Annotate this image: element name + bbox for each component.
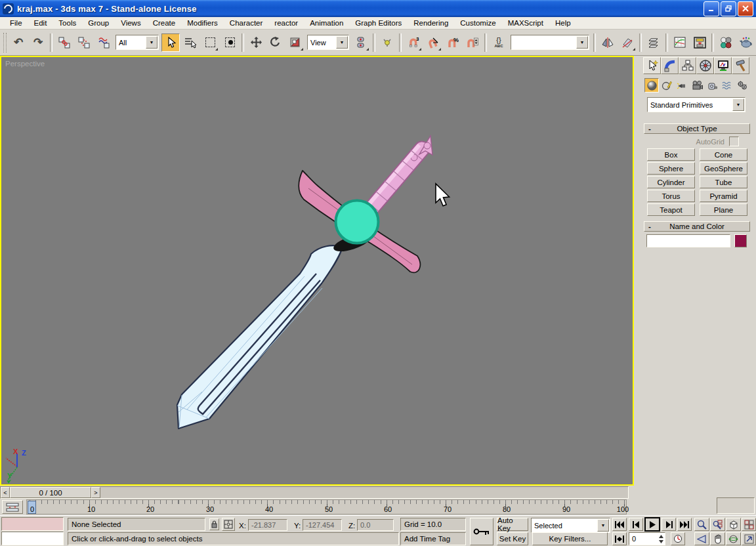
- snaps-toggle-button[interactable]: 3: [404, 33, 423, 52]
- tab-motion[interactable]: [696, 57, 714, 74]
- cylinder-button[interactable]: Cylinder: [647, 176, 695, 188]
- open-mini-curve-editor-button[interactable]: [2, 500, 23, 514]
- title-bar[interactable]: kraj.max - 3ds max 7 - Stand-alone Licen…: [0, 0, 756, 17]
- tab-create[interactable]: [643, 57, 661, 74]
- select-and-scale-button[interactable]: [286, 33, 304, 52]
- spinner-arrows-icon[interactable]: [658, 534, 664, 544]
- unlink-selection-button[interactable]: [75, 33, 93, 52]
- zoom-extents-button[interactable]: [726, 518, 741, 531]
- angle-snap-toggle-button[interactable]: [424, 33, 442, 52]
- menu-views[interactable]: Views: [115, 18, 146, 28]
- menu-customize[interactable]: Customize: [454, 18, 501, 28]
- material-editor-button[interactable]: [717, 33, 735, 52]
- menu-rendering[interactable]: Rendering: [408, 18, 454, 28]
- play-button[interactable]: [644, 517, 660, 532]
- window-crossing-toggle[interactable]: [220, 33, 239, 52]
- category-shapes[interactable]: [660, 78, 674, 93]
- reference-coordsys-dropdown[interactable]: View ▼: [307, 35, 349, 50]
- auto-key-button[interactable]: Auto Key: [497, 518, 528, 531]
- time-slider-handle[interactable]: 0 / 100: [10, 487, 91, 498]
- menu-modifiers[interactable]: Modifiers: [181, 18, 224, 28]
- teapot-button[interactable]: Teapot: [647, 203, 695, 216]
- go-to-start-button[interactable]: [612, 518, 627, 531]
- layer-manager-button[interactable]: [644, 33, 663, 52]
- category-systems[interactable]: [735, 78, 749, 93]
- select-and-move-button[interactable]: [247, 33, 265, 52]
- select-and-manipulate-button[interactable]: [378, 33, 396, 52]
- mirror-button[interactable]: [598, 33, 617, 52]
- percent-snap-toggle-button[interactable]: %: [444, 33, 462, 52]
- menu-tools[interactable]: Tools: [52, 18, 82, 28]
- time-configuration-button[interactable]: [671, 532, 685, 545]
- go-to-end-button[interactable]: [677, 518, 692, 531]
- next-frame-button[interactable]: [662, 518, 676, 531]
- toolbar-drag-handle[interactable]: [3, 33, 7, 52]
- category-space-warps[interactable]: [720, 78, 734, 93]
- pan-view-button[interactable]: [710, 532, 725, 545]
- object-color-swatch[interactable]: [734, 234, 747, 247]
- min-max-toggle-button[interactable]: [742, 532, 756, 545]
- menu-edit[interactable]: Edit: [28, 18, 53, 28]
- object-type-rollout-header[interactable]: - Object Type: [644, 123, 750, 134]
- plane-button[interactable]: Plane: [700, 203, 747, 216]
- box-button[interactable]: Box: [647, 148, 695, 161]
- undo-button[interactable]: ↶: [9, 33, 28, 52]
- use-pivot-point-center-button[interactable]: [352, 33, 370, 52]
- maxscript-mini-listener-white[interactable]: [1, 532, 64, 545]
- pyramid-button[interactable]: Pyramid: [700, 190, 747, 202]
- spinner-snap-toggle-button[interactable]: [463, 33, 482, 52]
- select-object-button[interactable]: [161, 33, 180, 52]
- curve-editor-button[interactable]: [671, 33, 689, 52]
- restore-button[interactable]: [721, 1, 736, 16]
- z-coordinate-field[interactable]: 0.0: [357, 519, 394, 531]
- absolute-offset-mode-toggle[interactable]: [222, 518, 235, 531]
- zoom-extents-all-button[interactable]: [742, 518, 756, 531]
- sword-grip[interactable]: [364, 136, 432, 215]
- object-name-input[interactable]: [646, 234, 730, 247]
- x-coordinate-field[interactable]: -21.837: [248, 519, 287, 531]
- key-mode-toggle-button[interactable]: [612, 532, 627, 545]
- tube-button[interactable]: Tube: [700, 176, 747, 188]
- previous-frame-button[interactable]: [629, 518, 643, 531]
- render-scene-button[interactable]: [736, 33, 755, 52]
- y-coordinate-field[interactable]: -127.454: [303, 519, 342, 531]
- minimize-button[interactable]: [704, 1, 719, 16]
- sword-pommel-sphere[interactable]: [331, 201, 378, 255]
- field-of-view-button[interactable]: [694, 532, 709, 545]
- tab-display[interactable]: [714, 57, 732, 74]
- menu-help[interactable]: Help: [549, 18, 577, 28]
- close-button[interactable]: [738, 1, 753, 16]
- menu-character[interactable]: Character: [224, 18, 269, 28]
- selection-filter-dropdown[interactable]: All ▼: [116, 35, 159, 50]
- current-frame-spinner[interactable]: 0: [629, 532, 665, 545]
- next-frame-arrow[interactable]: >: [91, 487, 100, 498]
- select-by-name-button[interactable]: [181, 33, 200, 52]
- key-mode-dropdown[interactable]: Selected ▼: [531, 518, 610, 533]
- torus-button[interactable]: Torus: [647, 190, 695, 202]
- arc-rotate-button[interactable]: [726, 532, 741, 545]
- menu-graph-editors[interactable]: Graph Editors: [349, 18, 408, 28]
- set-key-button[interactable]: Set Key: [497, 532, 528, 545]
- select-and-link-button[interactable]: [55, 33, 74, 52]
- sword-blade[interactable]: [177, 245, 343, 429]
- bind-to-space-warp-button[interactable]: [94, 33, 113, 52]
- tab-hierarchy[interactable]: [679, 57, 696, 74]
- sphere-button[interactable]: Sphere: [647, 162, 695, 175]
- zoom-button[interactable]: [694, 518, 709, 531]
- autogrid-checkbox[interactable]: [729, 136, 739, 146]
- menu-create[interactable]: Create: [147, 18, 182, 28]
- primitives-dropdown[interactable]: Standard Primitives ▼: [647, 97, 746, 112]
- maxscript-mini-listener-pink[interactable]: [1, 517, 64, 531]
- category-lights[interactable]: [675, 78, 689, 93]
- tab-utilities[interactable]: [732, 57, 749, 74]
- category-geometry[interactable]: [644, 78, 659, 93]
- previous-frame-arrow[interactable]: <: [1, 487, 10, 498]
- select-and-rotate-button[interactable]: [266, 33, 285, 52]
- named-selection-sets-button[interactable]: {} ABC: [490, 33, 508, 52]
- menu-file[interactable]: File: [4, 18, 28, 28]
- category-cameras[interactable]: [690, 78, 704, 93]
- viewport-label[interactable]: Perspective: [5, 60, 45, 68]
- geosphere-button[interactable]: GeoSphere: [700, 162, 747, 175]
- zoom-all-button[interactable]: [710, 518, 725, 531]
- align-button[interactable]: [618, 33, 637, 52]
